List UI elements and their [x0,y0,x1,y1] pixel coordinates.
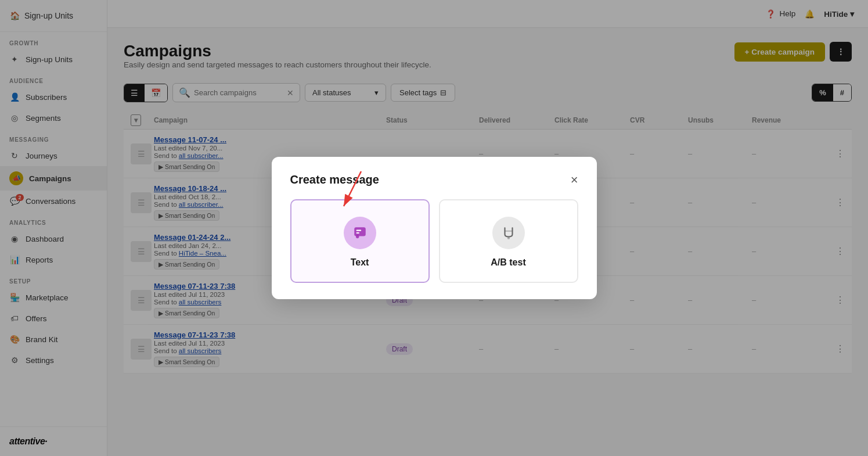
modal-close-button[interactable]: × [571,174,578,186]
ab-test-option[interactable]: A/B test [439,199,578,283]
text-option[interactable]: Text [290,199,430,283]
ab-test-option-icon [492,217,525,249]
svg-rect-1 [354,227,366,236]
create-message-modal: Create message × [272,157,597,299]
arrow-annotation [326,166,384,212]
svg-rect-4 [356,232,359,234]
svg-rect-3 [356,230,361,231]
svg-point-5 [507,237,509,239]
modal-options: Text A/B test [290,199,578,283]
text-option-label: Text [351,257,369,268]
modal-header: Create message × [290,173,578,186]
modal-title: Create message [290,173,379,186]
ab-test-option-label: A/B test [491,257,525,268]
modal-overlay[interactable]: Create message × [0,0,868,456]
svg-point-2 [355,235,358,238]
text-option-icon [344,217,376,249]
